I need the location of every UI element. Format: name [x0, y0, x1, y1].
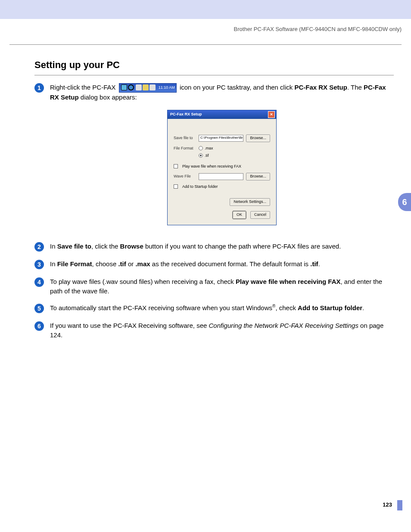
text-bold: File Format — [57, 260, 92, 268]
wave-file-label: Wave File — [174, 174, 196, 179]
tray-icon — [143, 84, 149, 90]
page-header-breadcrumb: Brother PC-FAX Software (MFC-9440CN and … — [9, 26, 402, 45]
save-file-to-label: Save file to — [174, 135, 196, 141]
text-bold: Add to Startup folder — [298, 304, 362, 311]
file-format-label: File Format — [174, 146, 196, 151]
text: . The — [347, 84, 364, 91]
close-icon[interactable]: × — [268, 111, 275, 118]
radio-tif[interactable] — [199, 153, 203, 158]
page-number: 123 — [383, 501, 392, 508]
step-bullet-4: 4 — [34, 277, 44, 287]
page-edge-marker — [397, 500, 402, 510]
tray-icon — [136, 84, 142, 90]
text-bold: .tif — [310, 260, 318, 268]
step-bullet-1: 1 — [34, 83, 44, 93]
step-2: 2 In Save file to, click the Browse butt… — [34, 242, 394, 252]
format-row: File Format .max .tif — [174, 146, 270, 159]
startup-label: Add to Startup folder — [182, 184, 218, 190]
step-3: 3 In File Format, choose .tif or .max as… — [34, 259, 394, 269]
tray-icon — [149, 84, 156, 90]
step-6: 6 If you want to use the PC-FAX Receivin… — [34, 321, 394, 340]
step-4: 4 To play wave files (.wav sound files) … — [34, 277, 394, 296]
radio-max[interactable] — [199, 146, 203, 150]
radio-tif-label: .tif — [205, 153, 209, 158]
tray-icon — [121, 84, 127, 90]
play-wave-checkbox[interactable] — [174, 164, 178, 168]
text: . — [318, 260, 320, 268]
step-body: To automatically start the PC-FAX receiv… — [50, 303, 394, 313]
steps-list: 1 Right-click the PC-FAX 11:10 AM icon o… — [34, 83, 394, 348]
play-wave-label: Play wave file when receiving FAX — [182, 164, 241, 169]
step-1: 1 Right-click the PC-FAX 11:10 AM icon o… — [34, 83, 394, 234]
step-5: 5 To automatically start the PC-FAX rece… — [34, 303, 394, 313]
dialog-titlebar: PC-Fax RX Setup × — [168, 110, 276, 119]
wave-file-input[interactable] — [199, 173, 243, 180]
step-bullet-5: 5 — [34, 304, 44, 313]
text: , check — [275, 304, 298, 311]
save-file-to-input[interactable]: C:\Program Files\Brother\Brmfl04a\ — [199, 135, 243, 142]
browse-button[interactable]: Browse... — [246, 173, 270, 180]
ok-button[interactable]: OK — [233, 211, 246, 219]
play-wave-row: Play wave file when receiving FAX — [174, 164, 270, 169]
text-bold: PC-Fax RX Setup — [294, 84, 347, 91]
text: In — [50, 260, 57, 268]
page-top-band — [0, 0, 411, 19]
step-body: If you want to use the PC-FAX Receiving … — [50, 321, 394, 340]
text: or — [126, 260, 136, 268]
network-settings-button[interactable]: Network Settings... — [230, 198, 270, 206]
text: . — [362, 304, 364, 311]
text: To play wave files (.wav sound files) wh… — [50, 278, 236, 285]
step-bullet-6: 6 — [34, 321, 44, 331]
dialog-body: Save file to C:\Program Files\Brother\Br… — [168, 119, 276, 225]
wave-file-row: Wave File Browse... — [174, 173, 270, 180]
network-settings-row: Network Settings... — [174, 198, 270, 206]
tray-clock: 11:10 AM — [159, 85, 175, 90]
text-bold: .max — [135, 260, 150, 268]
step-bullet-3: 3 — [34, 260, 44, 269]
step-body: Right-click the PC-FAX 11:10 AM icon on … — [50, 83, 394, 234]
dialog-actions: OK Cancel — [174, 211, 270, 219]
tasktray-icon: 11:10 AM — [119, 83, 177, 93]
text: dialog box appears: — [79, 93, 137, 101]
text-bold: Play wave file when receiving FAX — [236, 278, 340, 285]
step-body: In Save file to, click the Browse button… — [50, 242, 394, 252]
browse-button[interactable]: Browse... — [246, 134, 270, 142]
text: If you want to use the PC-FAX Receiving … — [50, 322, 209, 329]
text-bold: Browse — [120, 243, 143, 250]
text: , click the — [91, 243, 120, 250]
radio-max-label: .max — [205, 146, 213, 150]
cancel-button[interactable]: Cancel — [250, 211, 270, 219]
tray-icon-highlighted — [128, 84, 134, 90]
text-bold: Save file to — [57, 243, 91, 250]
text: icon on your PC tasktray, and then click — [180, 84, 295, 91]
save-row: Save file to C:\Program Files\Brother\Br… — [174, 134, 270, 142]
chapter-tab: 6 — [398, 193, 411, 211]
text-bold: .tif — [118, 260, 126, 268]
step-body: In File Format, choose .tif or .max as t… — [50, 259, 394, 269]
dialog-title-text: PC-Fax RX Setup — [170, 112, 202, 117]
text: Right-click the PC-FAX — [50, 84, 118, 91]
format-options: .max .tif — [199, 146, 213, 159]
text: To automatically start the PC-FAX receiv… — [50, 304, 272, 311]
startup-checkbox[interactable] — [174, 184, 178, 189]
step-bullet-2: 2 — [34, 242, 44, 252]
text-italic-link: Configuring the Network PC-FAX Receiving… — [209, 322, 358, 329]
text: as the received document format. The def… — [150, 260, 311, 268]
step-body: To play wave files (.wav sound files) wh… — [50, 277, 394, 296]
text: button if you want to change the path wh… — [143, 243, 341, 250]
text: , choose — [92, 260, 118, 268]
dialog-screenshot: PC-Fax RX Setup × Save file to C:\Progra… — [50, 110, 394, 225]
pcfax-rx-setup-dialog: PC-Fax RX Setup × Save file to C:\Progra… — [167, 110, 277, 225]
section-heading: Setting up your PC — [34, 59, 394, 75]
startup-row: Add to Startup folder — [174, 184, 270, 190]
text: In — [50, 243, 57, 250]
